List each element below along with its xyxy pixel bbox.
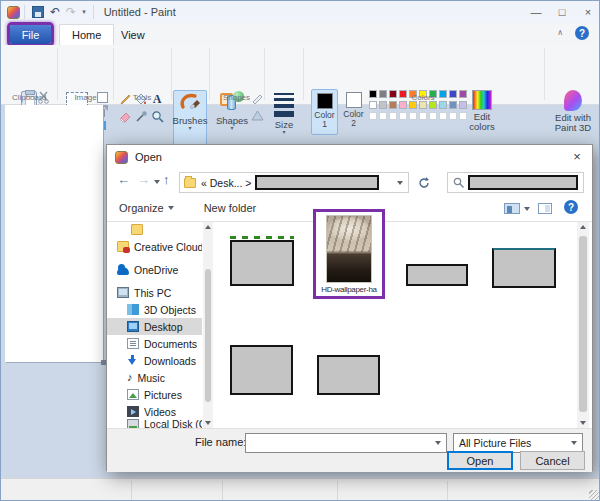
redacted-path <box>255 175 379 190</box>
color-swatch-empty[interactable] <box>429 112 437 120</box>
scroll-up-icon[interactable] <box>578 222 588 232</box>
undo-icon[interactable]: ↶ <box>50 5 60 19</box>
quick-access-caret-icon[interactable]: ▾ <box>82 8 86 16</box>
color-swatch[interactable] <box>409 101 417 109</box>
file-name-label: File name: <box>195 436 246 448</box>
color1-label: Color 1 <box>312 111 338 129</box>
close-button[interactable]: × <box>575 2 600 22</box>
file-thumbnail-redacted[interactable] <box>317 355 380 395</box>
tab-home[interactable]: Home <box>59 24 114 45</box>
sidebar-item-onedrive[interactable]: OneDrive <box>107 261 202 278</box>
color-swatch[interactable] <box>449 101 457 109</box>
scroll-down-icon[interactable] <box>203 418 213 428</box>
scrollbar-thumb[interactable] <box>579 236 587 412</box>
documents-icon <box>127 338 139 349</box>
file-thumbnail-redacted[interactable] <box>492 248 556 288</box>
color-swatch[interactable] <box>419 101 427 109</box>
help-icon[interactable]: ? <box>575 26 589 40</box>
color-swatch[interactable] <box>389 101 397 109</box>
annotation-box-selected-file[interactable]: HD-wallpaper-ha <box>313 209 385 299</box>
paint-canvas[interactable] <box>5 105 103 362</box>
tab-file[interactable]: File <box>10 25 51 44</box>
new-folder-button[interactable]: New folder <box>204 202 257 214</box>
sidebar-item-documents[interactable]: Documents <box>107 335 202 352</box>
brushes-caret-icon: ▾ <box>188 126 191 131</box>
color-swatch[interactable] <box>429 101 437 109</box>
dialog-help-icon[interactable]: ? <box>564 200 578 214</box>
address-caret-icon[interactable] <box>397 181 403 185</box>
sidebar-item-downloads[interactable]: Downloads <box>107 352 202 369</box>
sidebar-scrollbar[interactable] <box>203 222 213 428</box>
dialog-close-icon[interactable]: × <box>562 145 592 167</box>
size-button[interactable]: Size ▾ <box>269 93 299 135</box>
scroll-up-icon[interactable] <box>203 222 213 232</box>
file-type-select[interactable]: All Picture Files <box>453 433 583 453</box>
up-icon[interactable]: ↑ <box>163 172 170 187</box>
file-list-scrollbar[interactable] <box>577 222 589 428</box>
breadcrumb[interactable]: « Desk... > <box>201 177 251 189</box>
color-swatch-empty[interactable] <box>439 112 447 120</box>
group-label-tools: Tools <box>114 93 170 102</box>
edit-colors-label: Edit colors <box>466 112 498 132</box>
views-icon[interactable] <box>504 203 520 214</box>
size-caret-icon: ▾ <box>282 130 285 135</box>
color-swatch[interactable] <box>369 101 377 109</box>
group-label-clipboard: Clipboard <box>1 93 57 102</box>
pictures-icon <box>127 389 139 400</box>
magnifier-icon[interactable] <box>151 110 164 123</box>
sidebar-item-videos[interactable]: Videos <box>107 403 202 420</box>
color-swatch-empty[interactable] <box>399 112 407 120</box>
tiger-image-thumbnail[interactable] <box>326 215 372 283</box>
color-swatch[interactable] <box>439 101 447 109</box>
file-thumbnail-redacted[interactable] <box>230 345 293 395</box>
file-name-input[interactable] <box>245 433 447 453</box>
back-icon[interactable]: ← <box>117 172 130 187</box>
address-bar[interactable]: « Desk... > <box>179 172 409 193</box>
recent-locations-caret-icon[interactable] <box>154 180 160 184</box>
color-swatch-empty[interactable] <box>409 112 417 120</box>
eyedropper-icon[interactable] <box>135 110 148 123</box>
color-swatch-empty[interactable] <box>389 112 397 120</box>
sidebar-item-desktop[interactable]: Desktop <box>107 318 202 335</box>
file-type-caret-icon <box>571 441 577 445</box>
creative-cloud-icon <box>117 241 129 252</box>
sidebar-label: This PC <box>134 287 171 299</box>
desktop-icon <box>127 321 139 332</box>
organize-button[interactable]: Organize <box>119 202 174 214</box>
redo-icon[interactable]: ↷ <box>66 5 76 19</box>
file-name-caret-icon[interactable] <box>435 441 441 445</box>
sidebar-item-creative-cloud[interactable]: Creative Cloud Fil <box>107 238 202 255</box>
collapse-ribbon-icon[interactable]: ∧ <box>557 28 563 37</box>
color-swatch-empty[interactable] <box>419 112 427 120</box>
forward-icon[interactable]: → <box>137 172 150 187</box>
scrollbar-thumb[interactable] <box>205 269 211 402</box>
color-swatch[interactable] <box>379 101 387 109</box>
scroll-down-icon[interactable] <box>578 418 588 428</box>
color-swatch-empty[interactable] <box>379 112 387 120</box>
edit-with-paint3d-button[interactable]: Edit with Paint 3D <box>549 90 597 133</box>
sidebar-item-this-pc[interactable]: This PC <box>107 284 202 301</box>
cancel-button[interactable]: Cancel <box>520 451 585 470</box>
minimize-button[interactable]: — <box>523 2 549 22</box>
sidebar-item-3d-objects[interactable]: 3D Objects <box>107 301 202 318</box>
window-resize-grip[interactable] <box>589 490 599 500</box>
preview-pane-icon[interactable] <box>538 203 552 214</box>
divider <box>264 48 265 100</box>
maximize-button[interactable]: □ <box>549 2 575 22</box>
file-thumbnail-redacted[interactable] <box>230 240 294 286</box>
search-input[interactable] <box>447 172 584 193</box>
open-button[interactable]: Open <box>447 451 513 470</box>
tab-view[interactable]: View <box>109 24 157 45</box>
brushes-button[interactable]: Brushes ▾ <box>173 90 207 145</box>
file-thumbnail-redacted[interactable] <box>406 264 468 286</box>
sidebar-item-pictures[interactable]: Pictures <box>107 386 202 403</box>
color-swatch-empty[interactable] <box>449 112 457 120</box>
save-icon[interactable] <box>32 6 44 18</box>
eraser-icon[interactable] <box>119 110 132 123</box>
color-swatch[interactable] <box>399 101 407 109</box>
views-caret-icon[interactable] <box>524 207 530 211</box>
color-swatch-empty[interactable] <box>369 112 377 120</box>
shape-fill-icon[interactable] <box>251 109 264 122</box>
refresh-icon[interactable] <box>413 172 435 193</box>
sidebar-item-music[interactable]: ♪ Music <box>107 369 202 386</box>
